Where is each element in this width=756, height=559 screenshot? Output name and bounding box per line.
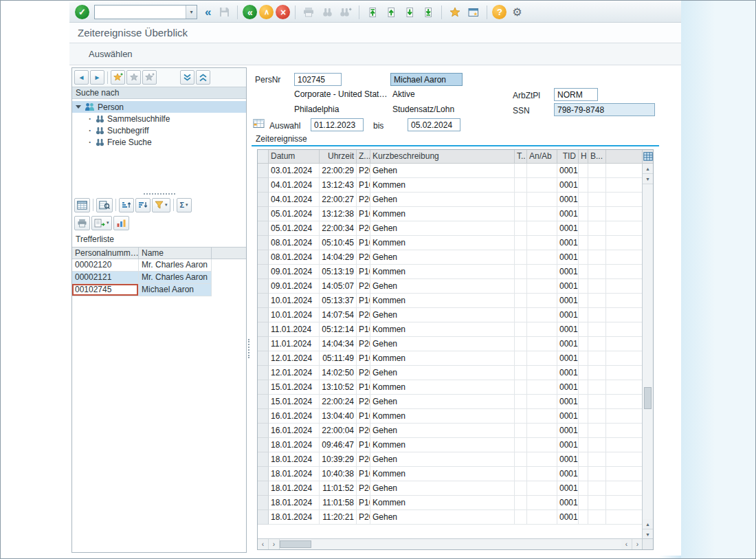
row-selector[interactable]	[258, 409, 269, 424]
event-row[interactable]: 05.01.2024 22:00:34 P20 Gehen 0001	[258, 221, 643, 236]
chart-button[interactable]	[113, 216, 129, 230]
favorites-list-button[interactable]	[126, 70, 141, 85]
scroll-left-button[interactable]: ‹	[258, 539, 269, 549]
details-button[interactable]	[74, 198, 90, 212]
column-b[interactable]: B...	[588, 150, 606, 163]
row-selector[interactable]	[258, 265, 269, 279]
tree-item-freie-suche[interactable]: Freie Suche	[72, 136, 246, 148]
event-row[interactable]: 16.01.2024 13:04:40 P10 Kommen 0001	[258, 409, 643, 424]
event-row[interactable]: 03.01.2024 22:00:29 P20 Gehen 0001	[258, 164, 643, 178]
add-favorite-button[interactable]	[111, 70, 125, 85]
event-row[interactable]: 16.01.2024 22:00:04 P20 Gehen 0001	[258, 424, 643, 438]
find-next-button[interactable]	[337, 4, 354, 21]
ssn-field[interactable]: 798-79-8748	[554, 103, 655, 116]
find-button[interactable]	[319, 4, 335, 21]
select-button[interactable]: Auswählen	[89, 49, 133, 59]
row-selector[interactable]	[258, 279, 269, 294]
expander-icon[interactable]	[76, 105, 81, 109]
row-selector[interactable]	[258, 294, 269, 308]
table-settings-button[interactable]	[643, 150, 653, 164]
employee-name-field[interactable]: Michael Aaron	[390, 73, 463, 86]
page-up-button[interactable]: ▲	[643, 519, 653, 529]
column-kurzbeschreibung[interactable]: Kurzbeschreibung	[370, 150, 515, 163]
scroll-track[interactable]	[311, 539, 621, 549]
hitlist-row[interactable]: 00002121 Mr. Charles Aaron	[72, 272, 246, 284]
enter-button[interactable]: ✓	[75, 5, 89, 19]
scroll-thumb[interactable]	[644, 387, 652, 409]
row-selector[interactable]	[258, 322, 269, 337]
scroll-up-button[interactable]: ▲	[643, 164, 653, 174]
sort-ascending-button[interactable]	[119, 198, 134, 212]
event-row[interactable]: 05.01.2024 13:12:38 P10 Kommen 0001	[258, 207, 643, 221]
hitlist-cell-name[interactable]: Michael Aaron	[139, 284, 212, 296]
event-row[interactable]: 11.01.2024 14:04:34 P20 Gehen 0001	[258, 337, 643, 351]
row-selector[interactable]	[258, 250, 269, 265]
row-selector[interactable]	[258, 207, 269, 221]
help-button[interactable]: ?	[492, 5, 507, 19]
expand-all-button[interactable]	[196, 70, 210, 85]
column-z[interactable]: Z...	[357, 150, 370, 163]
column-datum[interactable]: Datum	[269, 150, 320, 163]
first-page-button[interactable]	[364, 4, 381, 21]
event-row[interactable]: 04.01.2024 13:12:43 P10 Kommen 0001	[258, 178, 643, 193]
hitlist-cell-personalnummer[interactable]: 00102745	[72, 284, 139, 296]
column-tid[interactable]: TID	[557, 150, 579, 163]
event-row[interactable]: 15.01.2024 13:10:52 P10 Kommen 0001	[258, 380, 643, 395]
event-row[interactable]: 12.01.2024 14:02:50 P20 Gehen 0001	[258, 366, 643, 380]
event-row[interactable]: 18.01.2024 11:01:52 P20 Gehen 0001	[258, 481, 643, 496]
history-back-icon[interactable]: «	[202, 6, 214, 19]
column-uhrzeit[interactable]: Uhrzeit	[320, 150, 357, 163]
command-field[interactable]: ▾	[94, 5, 197, 19]
row-selector[interactable]	[258, 467, 269, 481]
tree-item-suchbegriff[interactable]: Suchbegriff	[72, 124, 246, 136]
row-selector[interactable]	[258, 496, 269, 510]
hitlist-row[interactable]: 00102745 Michael Aaron	[72, 284, 246, 296]
row-selector[interactable]	[258, 424, 269, 438]
vertical-scrollbar[interactable]: ▲ ▼ ▲ ▼	[642, 150, 653, 540]
row-selector[interactable]	[258, 395, 269, 409]
back-button[interactable]: «	[243, 5, 257, 19]
hitlist-column-personalnummer[interactable]: Personalnumm…	[72, 248, 139, 259]
last-page-button[interactable]	[420, 4, 436, 21]
event-row[interactable]: 11.01.2024 05:12:14 P10 Kommen 0001	[258, 322, 643, 337]
event-row[interactable]: 18.01.2024 10:39:29 P20 Gehen 0001	[258, 452, 643, 467]
cancel-button[interactable]: ×	[276, 5, 290, 19]
hitlist-row[interactable]: 00002120 Mr. Charles Aaron	[72, 259, 246, 272]
tree-node-person[interactable]: Person	[72, 101, 246, 113]
event-row[interactable]: 10.01.2024 05:13:37 P10 Kommen 0001	[258, 294, 643, 308]
row-selector[interactable]	[258, 481, 269, 496]
nav-forward-button[interactable]: ►	[90, 70, 104, 85]
row-selector[interactable]	[258, 380, 269, 395]
event-row[interactable]: 12.01.2024 05:11:49 P10 Kommen 0001	[258, 351, 643, 366]
export-button[interactable]: ▾	[91, 216, 112, 230]
combo-dropdown-icon[interactable]: ▾	[186, 6, 197, 19]
scroll-track[interactable]	[643, 184, 653, 519]
row-selector[interactable]	[258, 164, 269, 178]
row-selector[interactable]	[258, 221, 269, 236]
previous-page-button[interactable]	[383, 4, 399, 21]
column-t[interactable]: T..	[515, 150, 527, 163]
hitlist-column-name[interactable]: Name	[139, 248, 212, 259]
date-from-field[interactable]: 01.12.2023	[311, 118, 364, 131]
exit-button[interactable]: ∧	[259, 5, 274, 19]
save-button[interactable]	[216, 4, 232, 21]
row-selector[interactable]	[258, 510, 269, 525]
horizontal-splitter[interactable]	[72, 191, 246, 196]
favorites-button[interactable]	[447, 4, 463, 21]
event-row[interactable]: 08.01.2024 14:04:29 P20 Gehen 0001	[258, 250, 643, 265]
hitlist-cell-name[interactable]: Mr. Charles Aaron	[139, 259, 212, 272]
tab-zeitereignisse[interactable]: Zeitereignisse	[256, 134, 307, 144]
next-page-button[interactable]	[401, 4, 418, 21]
event-row[interactable]: 15.01.2024 22:00:24 P20 Gehen 0001	[258, 395, 643, 409]
sum-button[interactable]: Σ ▾	[177, 198, 192, 212]
row-selector[interactable]	[258, 366, 269, 380]
event-row[interactable]: 10.01.2024 14:07:54 P20 Gehen 0001	[258, 308, 643, 322]
event-row[interactable]: 18.01.2024 11:01:58 P10 Kommen 0001	[258, 496, 643, 510]
nav-back-button[interactable]: ◄	[74, 70, 89, 85]
event-row[interactable]: 18.01.2024 09:46:47 P10 Kommen 0001	[258, 438, 643, 452]
arbztpl-field[interactable]: NORM	[554, 88, 598, 101]
edit-favorites-button[interactable]	[142, 70, 157, 85]
vertical-splitter[interactable]	[247, 67, 252, 553]
event-row[interactable]: 18.01.2024 11:20:21 P20 Gehen 0001	[258, 510, 643, 525]
event-row[interactable]: 04.01.2024 22:00:27 P20 Gehen 0001	[258, 193, 643, 207]
